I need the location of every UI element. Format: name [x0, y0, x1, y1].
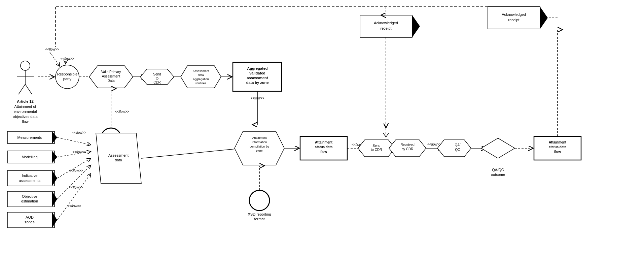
- qaqc-outcome-label1: QA/QC: [492, 168, 504, 172]
- send-to-cdr-1-label2: to: [156, 76, 159, 80]
- qaqc-label1: QA/: [455, 143, 460, 147]
- status1-label3: flow: [320, 150, 327, 154]
- flow-label-2: <<flow>>: [60, 57, 74, 61]
- responsible-party-label1: Responsible: [57, 72, 78, 76]
- received-label1: Received: [400, 143, 415, 147]
- modelling-label: Modelling: [22, 155, 37, 159]
- agg-label4: routines: [195, 82, 207, 85]
- flow-meas-to-assessment: [57, 137, 91, 145]
- send-to-cdr-1-label3: CDR: [153, 81, 161, 84]
- status1-label1: Attainment: [315, 140, 333, 144]
- aggregated-label3: assessment: [247, 76, 268, 80]
- flow-label-received: <<flow>>: [427, 142, 441, 146]
- valid-primary-label1: Valid Primary: [101, 70, 121, 74]
- assessment-data-label2: data: [115, 158, 122, 162]
- attainment-comp-label3: compilation by: [250, 145, 269, 148]
- agg-label3: aggregation: [193, 77, 209, 81]
- aqd-label1: AQD: [26, 215, 34, 219]
- ack-receipt-1-label1: Acknowledged: [374, 21, 398, 25]
- objective-label2: estimation: [21, 199, 38, 203]
- assessment-data-label1: Assessment: [108, 153, 129, 157]
- indicative-label1: Indicative: [22, 173, 37, 178]
- flow-top-to-resp-1: [50, 52, 60, 66]
- ack-receipt-2-label2: receipt: [508, 18, 519, 22]
- objective-label1: Objective: [22, 194, 37, 198]
- responsible-party-label2: party: [63, 77, 72, 81]
- actor-leg-left: [19, 84, 25, 94]
- ack-receipt-1-label2: receipt: [380, 26, 391, 30]
- aggregated-label4: data by zone: [246, 81, 269, 85]
- article12-label: Article 12: [17, 99, 34, 103]
- flow-indicative-to-assessment: [57, 158, 91, 178]
- actor-head: [21, 61, 30, 70]
- aggregated-label1: Aggregated: [247, 66, 267, 70]
- flow-label-indicative: <<flow>>: [69, 169, 83, 172]
- status2-label1: Attainment: [549, 140, 567, 144]
- flow-label-obj: <<flow>>: [69, 186, 83, 189]
- qaqc-label2: QC: [455, 148, 460, 152]
- article12-sub2: environmental: [13, 109, 37, 114]
- received-label2: by CDR: [401, 147, 413, 151]
- agg-label1: Assessment: [192, 69, 209, 73]
- xsd-format-2-circle: [249, 190, 270, 211]
- status2-label3: flow: [554, 150, 561, 154]
- flow-aqd-to-assessment: [57, 173, 91, 220]
- send-to-cdr-2-label1: Send: [372, 144, 380, 148]
- qaqc-outcome-label2: outcome: [491, 172, 505, 177]
- qaqc-shape: [437, 140, 471, 157]
- send-to-cdr-2-label2: to CDR: [371, 148, 382, 152]
- article12-sub3: objectives data: [13, 115, 38, 119]
- actor-leg-right: [25, 84, 32, 94]
- flow-label-1: <<flow>>: [45, 47, 59, 51]
- article12-sub4: flow: [22, 120, 29, 124]
- aggregated-label2: validated: [249, 71, 265, 75]
- valid-primary-label3: Data: [107, 79, 115, 83]
- article12-sub1: Attainment of: [14, 104, 37, 108]
- indicative-rect: [7, 170, 55, 186]
- diagram-container: Article 12 Attainment of environmental o…: [0, 0, 644, 254]
- qaqc-outcome-diamond: [481, 138, 515, 158]
- aqd-label2: zones: [25, 220, 35, 224]
- flow-label-xsd1: <<flow>>: [115, 110, 129, 114]
- flow-label-model: <<flow>>: [72, 150, 86, 154]
- ack-receipt-2-label1: Acknowledged: [502, 12, 526, 17]
- xsd-format-2-label1: XSD reporting: [248, 212, 271, 216]
- measurements-label: Measurements: [17, 135, 42, 139]
- indicative-label2: assessments: [19, 179, 41, 183]
- attainment-comp-label4: zone: [256, 149, 263, 153]
- status2-label2: status data: [549, 145, 567, 149]
- agg-label2: data: [198, 73, 204, 77]
- attainment-comp-label1: Attainment: [252, 136, 267, 139]
- send-to-cdr-1-label1: Send: [153, 72, 161, 76]
- flow-assessment-to-attainment: [141, 148, 242, 158]
- xsd-format-2-label2: format: [254, 217, 264, 221]
- flow-label-meas: <<flow>>: [72, 131, 86, 134]
- valid-primary-label2: Assessment: [102, 74, 120, 78]
- status1-label2: status data: [315, 145, 333, 149]
- attainment-comp-label2: information: [252, 140, 267, 144]
- flow-label-aqd: <<flow>>: [67, 204, 81, 208]
- ack-receipt-1-arrow: [412, 15, 420, 37]
